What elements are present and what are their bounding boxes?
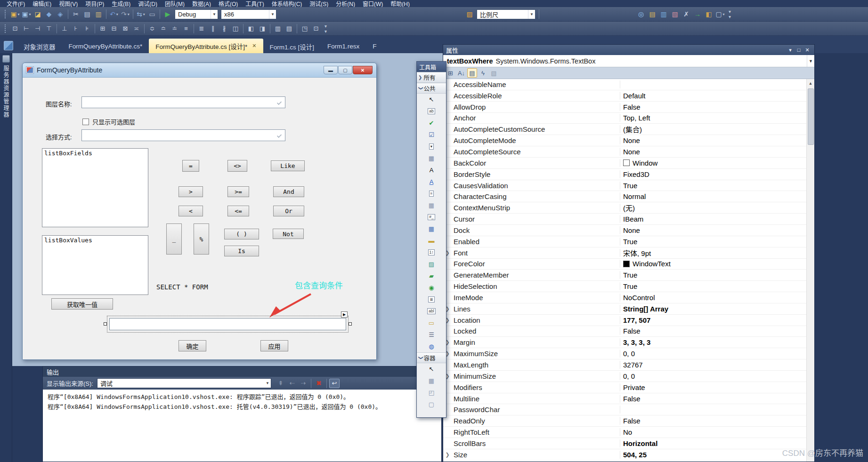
op-le-button[interactable]: <= xyxy=(227,206,249,216)
pointer-tool[interactable]: ↖ xyxy=(417,363,446,375)
property-row[interactable]: ❯MaximumSize0, 0 xyxy=(443,348,806,359)
maximize-button[interactable]: ▢ xyxy=(338,66,352,74)
ok-button[interactable]: 确定 xyxy=(178,340,206,351)
open-file-icon[interactable]: ◪ xyxy=(32,9,43,19)
toolbox-group-所有[interactable]: ❯所有 xyxy=(417,72,446,83)
property-row[interactable]: ScrollBarsHorizontal xyxy=(443,438,806,449)
property-value[interactable]: False xyxy=(620,395,806,403)
align-rights-icon[interactable]: ⊤ xyxy=(44,24,54,34)
op-or-button[interactable]: Or xyxy=(273,206,304,216)
property-value[interactable]: False xyxy=(620,327,806,335)
property-value[interactable]: 177, 507 xyxy=(620,316,806,324)
menu-item[interactable]: 体系结构(C) xyxy=(268,0,306,7)
find-in-files-icon[interactable]: ◎ xyxy=(636,9,646,19)
property-row[interactable]: ❯Location177, 507 xyxy=(443,315,806,326)
property-value[interactable]: 504, 25 xyxy=(620,451,806,459)
next-message-icon[interactable]: ⇢ xyxy=(298,379,308,388)
center-horizontally-icon[interactable]: ◧ xyxy=(246,24,256,34)
increase-horizontal-spacing-icon[interactable]: ≏ xyxy=(158,24,169,34)
masked-text-box-tool[interactable]: #_ xyxy=(417,211,446,223)
menu-item[interactable]: 生成(B) xyxy=(108,0,134,7)
expander-icon[interactable]: ❯ xyxy=(443,452,452,458)
property-row[interactable]: ContextMenuStrip(无) xyxy=(443,202,806,214)
form-title-bar[interactable]: FormQueryByAttribute ▬ ▢ ✕ xyxy=(23,63,376,78)
resize-handle-right[interactable] xyxy=(349,322,352,326)
property-value[interactable]: (无) xyxy=(620,203,806,213)
properties-title-bar[interactable]: 属性 ▾□✕ xyxy=(443,45,814,55)
toolbar-overflow-button[interactable]: ▾▾ xyxy=(324,24,326,34)
select-mode-combobox[interactable] xyxy=(81,129,285,141)
solution-platform-combo[interactable]: x86▼ xyxy=(221,9,276,19)
property-value[interactable]: Top, Left xyxy=(620,114,806,122)
tool-tip-tool[interactable]: ▭ xyxy=(417,317,446,329)
extension-notebook-icon[interactable]: ▨ xyxy=(464,9,475,19)
property-row[interactable]: AllowDropFalse xyxy=(443,102,806,113)
document-tab[interactable]: FormQueryByAttribute.cs [设计]*✕ xyxy=(149,39,263,53)
size-to-grid-icon[interactable]: ⊟ xyxy=(109,24,119,34)
property-value[interactable]: 0, 0 xyxy=(620,372,806,380)
list-box-tool[interactable]: ≡ xyxy=(417,188,446,199)
property-value[interactable]: 32767 xyxy=(620,361,806,369)
comment-icon[interactable]: ▭ xyxy=(147,9,157,19)
navigate-icon[interactable]: ⇆ xyxy=(136,9,146,19)
property-value[interactable]: True xyxy=(620,282,806,290)
property-value[interactable]: No xyxy=(620,428,806,436)
decrease-horizontal-spacing-icon[interactable]: ≐ xyxy=(170,24,180,34)
make-same-height-icon[interactable]: ≍ xyxy=(131,24,142,34)
textbox-where[interactable] xyxy=(109,318,346,330)
maximize-icon[interactable]: □ xyxy=(795,47,803,53)
property-row[interactable]: DockNone xyxy=(443,225,806,236)
property-row[interactable]: CharacterCasingNormal xyxy=(443,191,806,202)
menu-item[interactable]: 分析(N) xyxy=(332,0,359,7)
op-paren-button[interactable]: ( ) xyxy=(224,229,259,239)
send-to-back-icon[interactable]: ▤ xyxy=(284,24,294,34)
properties-grid-icon[interactable]: ▤ xyxy=(467,68,477,78)
menu-item[interactable]: 项目(P) xyxy=(81,0,108,7)
property-row[interactable]: ❯Font宋体, 9pt xyxy=(443,247,806,259)
start-page-icon[interactable]: ◧ xyxy=(704,9,714,19)
property-row[interactable]: ReadOnlyFalse xyxy=(443,415,806,427)
property-row[interactable]: AccessibleName xyxy=(443,79,806,90)
document-tab[interactable]: F xyxy=(366,40,383,53)
listbox-values[interactable]: listBoxValues xyxy=(42,235,148,295)
property-value[interactable]: True xyxy=(620,182,806,190)
command-window-icon[interactable]: ▢ xyxy=(715,9,725,19)
toolbar-grip[interactable] xyxy=(5,24,7,33)
property-row[interactable]: GenerateMemberTrue xyxy=(443,270,806,281)
cut-icon[interactable]: ✂ xyxy=(71,9,81,19)
properties-pages-icon[interactable]: ▤ xyxy=(647,9,657,19)
chevron-down-icon[interactable]: ▼ xyxy=(211,10,218,19)
paste-icon[interactable]: ▥ xyxy=(93,9,104,19)
menu-item[interactable]: 数据(A) xyxy=(188,0,215,7)
new-project-icon[interactable]: ▣ xyxy=(10,9,20,19)
property-row[interactable]: BackColorWindow xyxy=(443,158,806,169)
toolbox-group-公共[interactable]: ❮公共 xyxy=(417,83,446,94)
toolbox-title[interactable]: 工具箱 xyxy=(417,62,446,72)
op-percent-button[interactable]: % xyxy=(194,223,209,255)
property-value[interactable]: True xyxy=(620,271,806,279)
date-time-picker-tool[interactable]: ▦ xyxy=(417,152,446,164)
alphabetical-icon[interactable]: A↓ xyxy=(456,68,466,78)
start-debugging-icon[interactable]: ▶ xyxy=(162,9,173,19)
property-value[interactable]: True xyxy=(620,238,806,246)
listbox-fields[interactable]: listBoxFields xyxy=(42,148,148,227)
chevron-down-icon[interactable]: ▼ xyxy=(269,10,276,19)
object-selector-combo[interactable]: textBoxWhere System.Windows.Forms.TextBo… xyxy=(443,55,814,67)
layer-name-combobox[interactable] xyxy=(81,96,285,108)
toolbox-group-容器[interactable]: ❮容器 xyxy=(417,352,446,363)
menu-item[interactable]: 视图(V) xyxy=(55,0,81,7)
property-row[interactable]: AnchorTop, Left xyxy=(443,113,806,124)
flow-layout-panel-tool[interactable]: ▦ xyxy=(417,375,446,387)
horizontal-spacing-equal-icon[interactable]: ≎ xyxy=(147,24,157,34)
categorized-icon[interactable]: ⊞ xyxy=(446,68,455,78)
tab-order-icon[interactable]: ◳ xyxy=(300,24,310,34)
output-panel-title[interactable]: 输出 xyxy=(43,366,441,377)
property-value[interactable]: WindowText xyxy=(620,260,806,268)
group-box-tool[interactable]: ◰ xyxy=(417,387,446,398)
progress-bar-tool[interactable]: ▰ xyxy=(417,270,446,282)
property-row[interactable]: RightToLeftNo xyxy=(443,427,806,438)
events-icon[interactable]: ϟ xyxy=(478,68,488,78)
property-value[interactable]: None xyxy=(620,136,806,144)
close-icon[interactable]: ✕ xyxy=(803,47,811,53)
resize-handle-left[interactable] xyxy=(104,322,107,326)
